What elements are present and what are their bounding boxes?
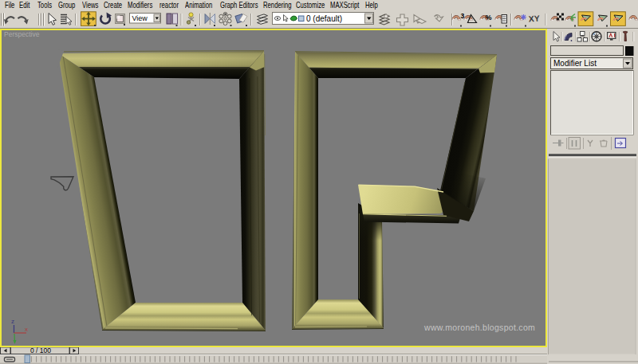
svg-text:Perspective: Perspective [4, 30, 40, 38]
svg-text:%: % [486, 14, 492, 22]
svg-text:Modifier List: Modifier List [553, 59, 597, 68]
svg-text:View: View [132, 14, 148, 22]
svg-text:XY: XY [528, 14, 540, 24]
svg-text:0 (default): 0 (default) [306, 14, 342, 23]
svg-text:z: z [11, 318, 14, 325]
svg-text:0 / 100: 0 / 100 [30, 347, 51, 354]
svg-text:www.moroneh.blogspot.com: www.moroneh.blogspot.com [423, 323, 535, 332]
svg-text:x: x [25, 326, 28, 333]
